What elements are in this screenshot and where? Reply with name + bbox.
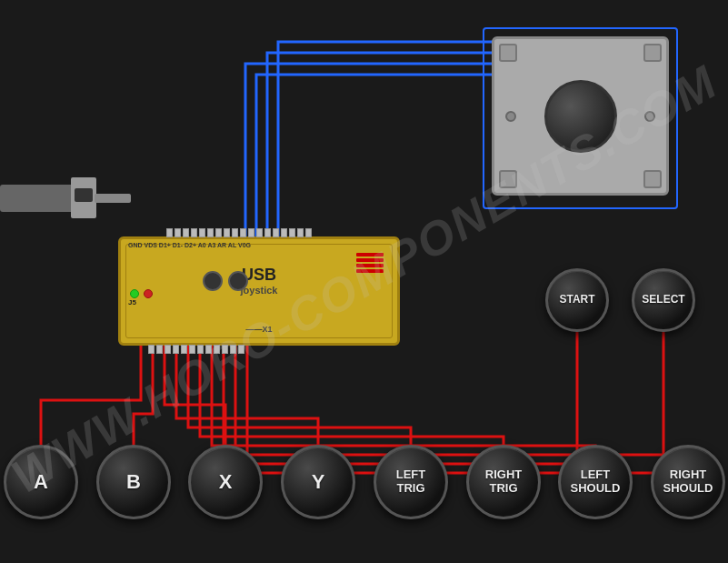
pcb-right-indicators [356, 253, 384, 273]
right-trig-label: RIGHTTRIG [485, 468, 522, 496]
y-label: Y [312, 470, 325, 493]
pin-header-bottom [148, 345, 244, 354]
select-button[interactable]: SELECT [632, 268, 695, 332]
pcb-x1-label: ——X1 [245, 325, 272, 334]
left-trig-button[interactable]: LEFTTRIG [374, 445, 448, 519]
x-button[interactable]: X [188, 445, 263, 519]
pcb-leds [130, 289, 153, 298]
usb-cable-wire [95, 194, 131, 203]
right-trig-button[interactable]: RIGHTTRIG [466, 445, 541, 519]
screw-right [644, 111, 655, 122]
a-button[interactable]: A [4, 445, 78, 519]
a-label: A [34, 470, 48, 493]
pin-header-top [166, 228, 312, 237]
usb-connector-body [0, 185, 73, 212]
pcb-chip-2 [228, 271, 248, 291]
b-button[interactable]: B [96, 445, 171, 519]
led-red [144, 289, 153, 298]
x-label: X [219, 470, 233, 493]
joystick-ball [544, 80, 617, 153]
joystick-module [492, 36, 669, 196]
left-should-button[interactable]: LEFTSHOULD [558, 445, 633, 519]
b-label: B [126, 470, 141, 493]
select-label: SELECT [642, 294, 684, 307]
screw-left [505, 111, 516, 122]
right-should-button[interactable]: RIGHTSHOULD [651, 445, 725, 519]
pcb-top-labels: GND VDS D1+ D1- D2+ A0 A3 AR AL V0G [128, 242, 251, 248]
joystick-corner-tl [499, 44, 517, 62]
right-should-label: RIGHTSHOULD [663, 468, 713, 496]
led-green [130, 289, 139, 298]
joystick-corner-br [643, 170, 662, 188]
y-button[interactable]: Y [281, 445, 355, 519]
left-should-label: LEFTSHOULD [571, 468, 621, 496]
joystick-corner-tr [643, 44, 662, 62]
joystick-corner-bl [499, 170, 517, 188]
usb-plug-hole [75, 188, 93, 202]
pcb-board: GND VDS D1+ D1- D2+ A0 A3 AR AL V0G USBj… [118, 236, 400, 346]
start-label: START [559, 294, 594, 307]
left-trig-label: LEFTTRIG [396, 468, 426, 496]
pcb-js-label: J5 [128, 298, 136, 307]
start-button[interactable]: START [545, 268, 609, 332]
pcb-chip-1 [203, 271, 223, 291]
